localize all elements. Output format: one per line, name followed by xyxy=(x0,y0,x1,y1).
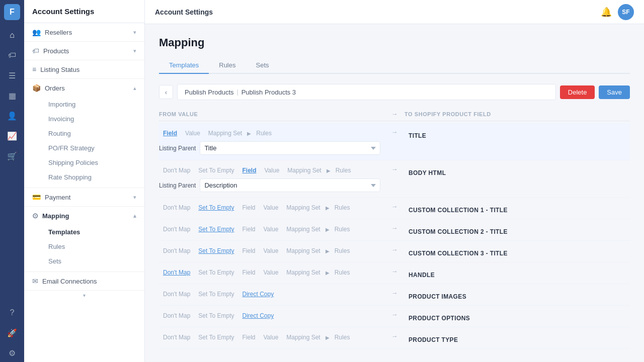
tag-icon[interactable]: 🏷 xyxy=(3,46,21,64)
opt-dont-map-cc1[interactable]: Don't Map xyxy=(159,203,194,213)
opt-field-cc2[interactable]: Field xyxy=(238,224,259,234)
opt-mapping-set-body-html[interactable]: Mapping Set xyxy=(283,165,325,175)
settings-icon[interactable]: ⚙ xyxy=(3,344,21,362)
opt-set-empty-handle[interactable]: Set To Empty xyxy=(194,267,238,278)
help-icon[interactable]: ? xyxy=(3,304,21,322)
sidebar-item-importing[interactable]: Importing xyxy=(44,97,136,112)
sidebar-title: Account Settings xyxy=(24,0,144,23)
opt-dont-map-po[interactable]: Don't Map xyxy=(159,311,194,321)
opt-mapping-set-pt[interactable]: Mapping Set xyxy=(282,332,324,342)
opt-set-empty-cc3[interactable]: Set To Empty xyxy=(194,246,238,256)
tab-rules[interactable]: Rules xyxy=(209,57,246,74)
opt-rules-title[interactable]: Rules xyxy=(252,128,276,138)
sidebar-item-orders[interactable]: 📦 Orders ▴ xyxy=(24,79,144,97)
sidebar-item-routing[interactable]: Routing xyxy=(44,126,136,141)
opt-arrow-pt: ▶ xyxy=(325,335,331,340)
sidebar-item-products[interactable]: 🏷 Products ▾ xyxy=(24,42,144,60)
back-button[interactable]: ‹ xyxy=(159,85,173,99)
opt-dont-map-body-html[interactable]: Don't Map xyxy=(159,165,194,175)
opt-value-pt[interactable]: Value xyxy=(260,332,283,342)
opt-mapping-set-title[interactable]: Mapping Set xyxy=(204,128,246,138)
opt-field-cc1[interactable]: Field xyxy=(238,203,259,213)
opt-value-body-html[interactable]: Value xyxy=(261,165,284,175)
mapping-row-custom-col-2: Don't Map Set To Empty Field Value Mappi… xyxy=(159,219,630,241)
sidebar-item-mapping[interactable]: ⊙ Mapping ▴ xyxy=(24,207,144,225)
dropdown-select-title[interactable]: Title xyxy=(200,141,380,155)
user-avatar[interactable]: SF xyxy=(618,4,634,20)
dropdown-select-body-html[interactable]: Description xyxy=(200,178,380,192)
sidebar-item-rules[interactable]: Rules xyxy=(44,239,136,254)
opt-value-cc1[interactable]: Value xyxy=(260,203,283,213)
opt-field-cc3[interactable]: Field xyxy=(238,246,259,256)
orders-icon[interactable]: ▦ xyxy=(3,86,21,105)
opt-dont-map-pt[interactable]: Don't Map xyxy=(159,332,194,342)
sidebar-item-templates[interactable]: Templates xyxy=(44,225,136,239)
tab-templates[interactable]: Templates xyxy=(159,57,209,74)
notification-bell-icon[interactable]: 🔔 xyxy=(601,7,612,18)
inbox-icon[interactable]: ☰ xyxy=(3,66,21,84)
opt-direct-copy-po[interactable]: Direct Copy xyxy=(238,311,278,321)
to-field-product-images: PRODUCT IMAGES xyxy=(409,289,630,300)
opt-value-cc2[interactable]: Value xyxy=(260,224,283,234)
save-button[interactable]: Save xyxy=(599,85,630,99)
mapping-row-product-images: Don't Map Set To Empty Direct Copy → PRO… xyxy=(159,284,630,306)
opt-field-body-html[interactable]: Field xyxy=(238,165,260,175)
opt-mapping-set-cc2[interactable]: Mapping Set xyxy=(282,224,324,234)
people-icon[interactable]: 👤 xyxy=(3,107,21,125)
opt-set-empty-po[interactable]: Set To Empty xyxy=(194,311,238,321)
opt-set-empty-pi[interactable]: Set To Empty xyxy=(194,289,238,299)
opt-dont-map-handle[interactable]: Don't Map xyxy=(159,267,194,278)
opt-rules-cc3[interactable]: Rules xyxy=(331,246,354,256)
opt-value-cc3[interactable]: Value xyxy=(260,246,283,256)
sidebar-section-mapping: ⊙ Mapping ▴ Templates Rules Sets xyxy=(24,207,144,272)
opt-field-title[interactable]: Field xyxy=(159,128,181,138)
sidebar-section-listing-status: ≡ Listing Status xyxy=(24,60,144,79)
mapping-arrow-handle: → xyxy=(384,267,405,275)
opt-dont-map-cc2[interactable]: Don't Map xyxy=(159,224,194,234)
opt-mapping-set-cc3[interactable]: Mapping Set xyxy=(282,246,324,256)
opt-value-title[interactable]: Value xyxy=(181,128,204,138)
opt-rules-cc1[interactable]: Rules xyxy=(331,203,354,213)
opt-rules-pt[interactable]: Rules xyxy=(331,332,354,342)
tab-sets[interactable]: Sets xyxy=(246,57,279,74)
sidebar-section-email-connections: ✉ Email Connections xyxy=(24,272,144,291)
opt-set-empty-body-html[interactable]: Set To Empty xyxy=(194,165,238,175)
sidebar-item-payment[interactable]: 💳 Payment ▾ xyxy=(24,188,144,206)
orders-label: Orders xyxy=(45,84,65,92)
sidebar-item-sets[interactable]: Sets xyxy=(44,254,136,268)
cart-icon[interactable]: 🛒 xyxy=(3,147,21,165)
option-row-body-html: Don't Map Set To Empty Field Value Mappi… xyxy=(159,165,380,175)
opt-field-handle[interactable]: Field xyxy=(238,267,259,278)
opt-arrow-cc2: ▶ xyxy=(325,227,331,232)
opt-rules-body-html[interactable]: Rules xyxy=(332,165,355,175)
opt-set-empty-pt[interactable]: Set To Empty xyxy=(194,332,238,342)
mapping-row-handle: Don't Map Set To Empty Field Value Mappi… xyxy=(159,262,630,284)
opt-dont-map-pi[interactable]: Don't Map xyxy=(159,289,194,299)
opt-rules-cc2[interactable]: Rules xyxy=(331,224,354,234)
opt-mapping-set-handle[interactable]: Mapping Set xyxy=(282,267,324,278)
sidebar-item-po-fr-strategy[interactable]: PO/FR Strategy xyxy=(44,141,136,155)
opt-dont-map-cc3[interactable]: Don't Map xyxy=(159,246,194,256)
sidebar-item-shipping-policies[interactable]: Shipping Policies xyxy=(44,155,136,170)
sidebar-item-listing-status[interactable]: ≡ Listing Status xyxy=(24,60,144,78)
opt-direct-copy-pi[interactable]: Direct Copy xyxy=(238,289,278,299)
opt-field-pt[interactable]: Field xyxy=(238,332,259,342)
breadcrumb-root[interactable]: Publish Products xyxy=(182,88,237,96)
option-row-handle: Don't Map Set To Empty Field Value Mappi… xyxy=(159,267,380,278)
sidebar-item-email-connections[interactable]: ✉ Email Connections xyxy=(24,272,144,290)
home-icon[interactable]: ⌂ xyxy=(3,26,21,44)
opt-value-handle[interactable]: Value xyxy=(260,267,283,278)
sidebar-item-rate-shopping[interactable]: Rate Shopping xyxy=(44,170,136,185)
mapping-arrow-title: → xyxy=(384,128,405,136)
opt-set-empty-cc2[interactable]: Set To Empty xyxy=(194,224,238,234)
opt-arrow-cc3: ▶ xyxy=(325,248,331,254)
opt-mapping-set-cc1[interactable]: Mapping Set xyxy=(282,203,324,213)
sidebar-item-invoicing[interactable]: Invoicing xyxy=(44,112,136,126)
topbar-title: Account Settings xyxy=(155,8,213,16)
rocket-icon[interactable]: 🚀 xyxy=(3,324,21,342)
chart-icon[interactable]: 📈 xyxy=(3,127,21,145)
opt-rules-handle[interactable]: Rules xyxy=(331,267,354,278)
opt-set-empty-cc1[interactable]: Set To Empty xyxy=(194,203,238,213)
delete-button[interactable]: Delete xyxy=(560,85,595,99)
sidebar-item-resellers[interactable]: 👥 Resellers ▾ xyxy=(24,23,144,41)
